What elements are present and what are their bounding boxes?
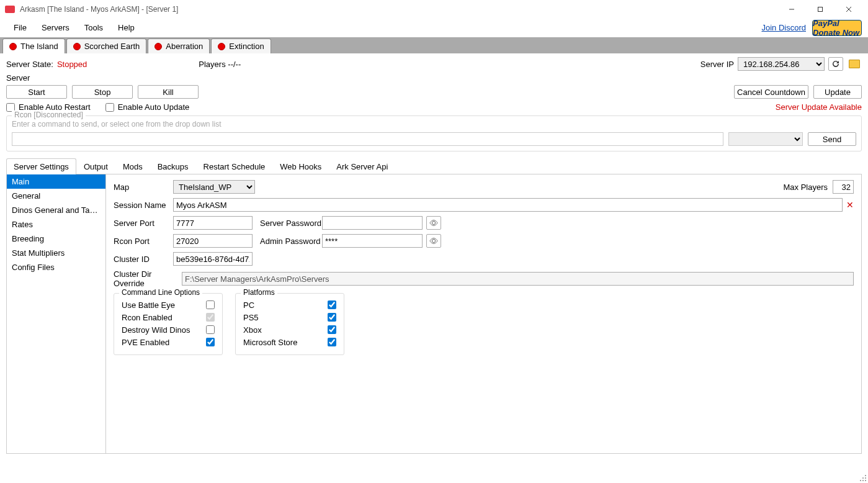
platform-option-1[interactable]: PS5 (243, 311, 336, 323)
resize-grip[interactable] (858, 473, 867, 482)
map-select[interactable]: TheIsland_WP (173, 180, 255, 194)
server-state-label: Server State: (6, 60, 53, 69)
server-tab-scorched-earth[interactable]: Scorched Earth (66, 38, 147, 53)
cluster-dir-input[interactable] (182, 272, 854, 286)
cluster-id-label: Cluster ID (114, 255, 173, 264)
cancel-countdown-button[interactable]: Cancel Countdown (734, 85, 808, 99)
server-tab-the-island[interactable]: The Island (2, 38, 65, 53)
tab-ark-server-api[interactable]: Ark Server Api (329, 158, 395, 174)
max-players-input[interactable] (833, 180, 854, 194)
server-port-input[interactable] (173, 216, 253, 230)
session-name-label: Session Name (114, 201, 173, 210)
tab-server-settings[interactable]: Server Settings (6, 158, 76, 174)
cmd-option-checkbox[interactable] (206, 313, 215, 322)
svg-point-5 (862, 477, 864, 479)
server-password-input[interactable] (322, 216, 423, 230)
server-ip-select[interactable]: 192.168.254.86 (738, 57, 825, 71)
sidebar-item-rates[interactable]: Rates (7, 217, 105, 232)
tab-restart-schedule[interactable]: Restart Schedule (196, 158, 273, 174)
cluster-dir-label: Cluster Dir Override (114, 269, 182, 288)
rcon-command-select[interactable] (728, 132, 803, 146)
stop-button[interactable]: Stop (72, 85, 133, 99)
cmd-option-label: Use Battle Eye (122, 300, 175, 310)
admin-password-label: Admin Password (260, 237, 322, 246)
auto-update-checkbox[interactable]: Enable Auto Update (105, 102, 190, 112)
tab-output[interactable]: Output (76, 158, 115, 174)
join-discord-link[interactable]: Join Discord (761, 23, 806, 32)
platform-label: Microsoft Store (243, 338, 297, 347)
platform-checkbox[interactable] (328, 313, 336, 322)
cmd-option-checkbox[interactable] (206, 338, 215, 346)
minimize-button[interactable] (777, 0, 806, 19)
clear-session-icon[interactable]: ✕ (846, 200, 854, 210)
tab-backups[interactable]: Backups (150, 158, 196, 174)
open-folder-button[interactable] (847, 57, 862, 71)
status-dot-icon (154, 43, 162, 50)
update-button[interactable]: Update (813, 85, 862, 99)
cmd-option-2[interactable]: Destroy Wild Dinos (122, 323, 215, 336)
svg-point-7 (860, 480, 861, 481)
rcon-port-input[interactable] (173, 234, 253, 248)
sidebar-item-main[interactable]: Main (7, 174, 105, 189)
maximize-button[interactable] (806, 0, 834, 19)
toggle-server-password-button[interactable] (426, 216, 441, 230)
sidebar-item-config-files[interactable]: Config Files (7, 260, 105, 274)
platform-checkbox[interactable] (328, 325, 336, 334)
rcon-legend: Rcon [Disconnected] (12, 111, 86, 119)
sidebar-item-stat-multipliers[interactable]: Stat Multipliers (7, 246, 105, 260)
sidebar-item-general[interactable]: General (7, 189, 105, 203)
sidebar-item-breeding[interactable]: Breeding (7, 232, 105, 246)
start-button[interactable]: Start (6, 85, 67, 99)
paypal-donate-button[interactable]: PayPal Donate Now (812, 20, 862, 36)
menu-servers[interactable]: Servers (34, 20, 77, 35)
server-actions: Start Stop Kill Cancel Countdown Update (6, 85, 862, 99)
sidebar-item-dinos[interactable]: Dinos General and Taming (7, 203, 105, 217)
titlebar: Arkasm [The Island - Myos ArkASM] - [Ser… (0, 0, 868, 19)
auto-row: Enable Auto Restart Enable Auto Update S… (6, 102, 862, 112)
server-tab-extinction[interactable]: Extinction (211, 38, 271, 53)
cmd-options-legend: Command Line Options (119, 288, 202, 297)
platform-option-3[interactable]: Microsoft Store (243, 336, 336, 348)
platform-option-2[interactable]: Xbox (243, 323, 336, 336)
menu-tools[interactable]: Tools (77, 20, 110, 35)
cmd-option-0[interactable]: Use Battle Eye (122, 299, 215, 311)
toggle-admin-password-button[interactable] (426, 234, 441, 248)
eye-icon (429, 237, 438, 245)
settings-sidebar: Main General Dinos General and Taming Ra… (7, 174, 106, 453)
tab-web-hooks[interactable]: Web Hooks (272, 158, 329, 174)
kill-button[interactable]: Kill (138, 85, 199, 99)
cmd-option-checkbox[interactable] (206, 325, 215, 334)
status-dot-icon (9, 43, 17, 50)
platform-option-0[interactable]: PC (243, 299, 336, 311)
menu-file[interactable]: File (6, 20, 34, 35)
platform-checkbox[interactable] (328, 300, 336, 309)
rcon-command-input[interactable] (12, 132, 723, 146)
refresh-ip-button[interactable] (828, 57, 843, 71)
update-available-text: Server Update Available (776, 102, 862, 112)
rcon-hint: Enter a command to send, or select one f… (12, 120, 856, 129)
rcon-port-label: Rcon Port (114, 237, 173, 246)
platforms-legend: Platforms (241, 288, 277, 297)
rcon-send-button[interactable]: Send (808, 132, 856, 146)
cmd-option-3[interactable]: PVE Enabled (122, 336, 215, 348)
cluster-id-input[interactable] (173, 252, 253, 266)
server-password-label: Server Password (260, 219, 322, 228)
cmd-option-1[interactable]: Rcon Enabled (122, 311, 215, 323)
command-line-options-group: Command Line Options Use Battle EyeRcon … (114, 293, 223, 355)
max-players-label: Max Players (783, 183, 828, 192)
server-tab-aberration[interactable]: Aberration (148, 38, 210, 53)
admin-password-input[interactable] (322, 234, 423, 248)
svg-point-4 (865, 475, 866, 476)
folder-icon (849, 60, 860, 68)
menu-help[interactable]: Help (110, 20, 142, 35)
players-label: Players --/-- (199, 60, 241, 69)
svg-rect-1 (818, 7, 823, 12)
session-name-input[interactable] (173, 198, 843, 212)
cmd-option-checkbox[interactable] (206, 300, 215, 309)
close-button[interactable] (834, 0, 863, 19)
menubar: File Servers Tools Help Join Discord Pay… (0, 19, 868, 37)
tab-mods[interactable]: Mods (115, 158, 150, 174)
platform-checkbox[interactable] (328, 338, 336, 346)
rcon-group: Rcon [Disconnected] Enter a command to s… (6, 115, 862, 151)
platform-label: Xbox (243, 325, 262, 335)
